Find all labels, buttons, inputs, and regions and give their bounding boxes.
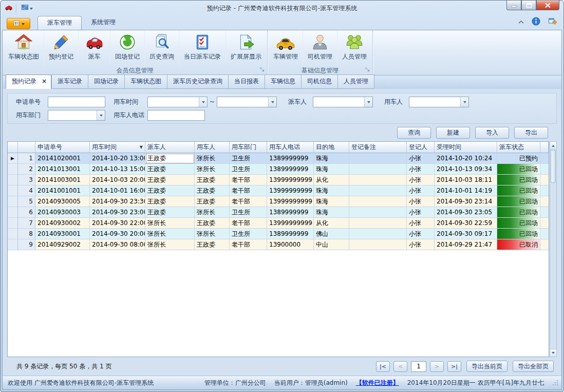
- cell-use_time[interactable]: 2014-09-30 08:00: [90, 239, 145, 250]
- cell-use_time[interactable]: 2014-09-30 20:00: [90, 229, 145, 239]
- ribbon-button-预约登记[interactable]: 预约登记: [44, 30, 78, 66]
- cell-department[interactable]: 卫生所: [230, 229, 267, 239]
- license-link[interactable]: 【软件已注册】: [356, 379, 399, 387]
- cell-dispatcher[interactable]: 张所长: [145, 229, 195, 239]
- info-icon[interactable]: [532, 17, 540, 27]
- cell-destination[interactable]: 珠海: [314, 164, 349, 175]
- dispatch-status-badge[interactable]: 已回场: [497, 207, 540, 218]
- ribbon-button-回场登记[interactable]: 回场登记: [110, 30, 144, 66]
- cell-apply_no[interactable]: 20141013001: [35, 164, 90, 175]
- cell-phone[interactable]: 1389999999: [267, 207, 314, 218]
- cell-accept_time[interactable]: 2014-10-01 14:19: [435, 185, 497, 196]
- cell-remark[interactable]: [349, 239, 407, 250]
- column-header-用车人电话[interactable]: 用车人电话: [267, 142, 314, 153]
- doc-tab-车辆状态图[interactable]: 车辆状态图: [125, 74, 167, 89]
- cell-remark[interactable]: [349, 207, 407, 218]
- column-header-登记人[interactable]: 登记人: [407, 142, 435, 153]
- cell-use_time[interactable]: 2014-10-20 13:00: [90, 153, 145, 164]
- row-indicator[interactable]: [8, 239, 18, 250]
- cell-department[interactable]: 卫生所: [230, 164, 267, 175]
- scrollbar-thumb[interactable]: [551, 150, 556, 183]
- cell-registrar[interactable]: 小张: [407, 164, 435, 175]
- ribbon-button-派车[interactable]: 派车: [78, 30, 110, 66]
- page-number-input[interactable]: [411, 361, 426, 372]
- current-row-indicator-icon[interactable]: ▶: [8, 153, 18, 164]
- row-indicator[interactable]: [8, 164, 18, 175]
- cell-user[interactable]: 王政委: [195, 175, 230, 185]
- cell-accept_time[interactable]: 2014-10-03 18:11: [435, 175, 497, 185]
- dispatch-status-badge[interactable]: 已回场: [497, 218, 540, 229]
- cell-dispatcher[interactable]: 张所长: [145, 239, 195, 250]
- doc-tab-预约记录[interactable]: 预约记录×: [6, 74, 51, 89]
- column-header-用车人[interactable]: 用车人: [195, 142, 230, 153]
- cell-registrar[interactable]: 小张: [407, 153, 435, 164]
- row-indicator[interactable]: [8, 229, 18, 239]
- dispatch-status-badge[interactable]: 已回场: [497, 175, 540, 185]
- doc-tab-回场记录[interactable]: 回场记录: [88, 74, 125, 89]
- cell-use_time[interactable]: 2014-10-13 15:00: [90, 164, 145, 175]
- cell-department[interactable]: 老干部: [230, 196, 267, 207]
- cell-accept_time[interactable]: 2014-09-29 21:47: [435, 239, 497, 250]
- cell-dispatcher[interactable]: 王政委: [145, 153, 195, 164]
- phone-input[interactable]: [147, 110, 205, 121]
- cell-destination[interactable]: 珠海: [314, 185, 349, 196]
- cell-user[interactable]: 张所长: [195, 153, 230, 164]
- cell-apply_no[interactable]: 20140930001: [35, 229, 90, 239]
- resize-grip[interactable]: [552, 380, 558, 386]
- ribbon-tab-派车管理[interactable]: 派车管理: [37, 16, 82, 30]
- cell-destination[interactable]: 珠海: [314, 207, 349, 218]
- cell-user[interactable]: 王政委: [195, 185, 230, 196]
- cell-accept_time[interactable]: 2014-09-30 22:59: [435, 218, 497, 229]
- chevron-down-icon[interactable]: [268, 97, 276, 107]
- user-combo[interactable]: [409, 97, 469, 107]
- chevron-down-icon[interactable]: [97, 110, 105, 120]
- chevron-down-icon[interactable]: [460, 97, 468, 107]
- cell-user[interactable]: 王政委: [195, 196, 230, 207]
- dialog-launcher-icon[interactable]: [260, 66, 265, 73]
- cell-department[interactable]: 老干部: [230, 239, 267, 250]
- dispatch-status-badge[interactable]: 已取消: [497, 239, 540, 250]
- cell-user[interactable]: 王政委: [195, 239, 230, 250]
- table-row[interactable]: 5201409300052014-09-30 23:30王政委王政委老干部139…: [8, 196, 549, 207]
- dispatch-status-badge[interactable]: 已回场: [497, 196, 540, 207]
- use-time-from-combo[interactable]: [147, 97, 208, 107]
- row-number[interactable]: 7: [18, 218, 35, 229]
- query-button[interactable]: 查询: [397, 127, 431, 139]
- cell-department[interactable]: 老干部: [230, 218, 267, 229]
- column-header-派车状态[interactable]: 派车状态: [497, 142, 540, 153]
- cell-accept_time[interactable]: 2014-10-13 09:34: [435, 164, 497, 175]
- doc-tab-派车历史记录查询[interactable]: 派车历史记录查询: [167, 74, 229, 89]
- table-row[interactable]: 3201410030012014-10-03 20:00王政委王政委老干部139…: [8, 175, 549, 185]
- cell-apply_no[interactable]: 20140930002: [35, 218, 90, 229]
- column-header-派车人[interactable]: 派车人: [145, 142, 195, 153]
- cell-department[interactable]: 卫生所: [230, 153, 267, 164]
- cell-dispatcher[interactable]: 张所长: [145, 218, 195, 229]
- new-button[interactable]: 新建: [436, 127, 470, 139]
- export-all-pages-button[interactable]: 导出全部页: [513, 361, 554, 372]
- maximize-button[interactable]: [521, 1, 536, 10]
- switch-window-icon[interactable]: [548, 16, 557, 27]
- cell-apply_no[interactable]: 20141001001: [35, 185, 90, 196]
- cell-department[interactable]: 卫生所: [230, 207, 267, 218]
- dispatch-status-badge[interactable]: 已回场: [497, 185, 540, 196]
- cell-phone[interactable]: 13999999999: [267, 175, 314, 185]
- minimize-button[interactable]: [506, 1, 521, 10]
- cell-use_time[interactable]: 2014-09-30 22:00: [90, 218, 145, 229]
- ribbon-button-车辆管理[interactable]: 车辆管理: [269, 30, 303, 66]
- row-indicator[interactable]: [8, 185, 18, 196]
- cell-destination[interactable]: 珠海: [314, 196, 349, 207]
- table-row[interactable]: 9201409290022014-09-30 08:00张所长王政委老干部139…: [8, 239, 549, 250]
- column-header-用车部门[interactable]: 用车部门: [230, 142, 267, 153]
- cell-use_time[interactable]: 2014-09-30 23:30: [90, 196, 145, 207]
- row-indicator[interactable]: [8, 196, 18, 207]
- cell-use_time[interactable]: 2014-10-01 16:00: [90, 185, 145, 196]
- ribbon-button-当日派车记录[interactable]: 当日派车记录: [179, 30, 225, 66]
- row-number[interactable]: 2: [18, 164, 35, 175]
- cell-registrar[interactable]: 小张: [407, 239, 435, 250]
- next-page-button[interactable]: >: [430, 361, 444, 372]
- cell-phone[interactable]: 13900000: [267, 239, 314, 250]
- cell-registrar[interactable]: 小张: [407, 175, 435, 185]
- column-header-目的地[interactable]: 目的地: [314, 142, 349, 153]
- cell-apply_no[interactable]: 20140929002: [35, 239, 90, 250]
- cell-registrar[interactable]: 小张: [407, 207, 435, 218]
